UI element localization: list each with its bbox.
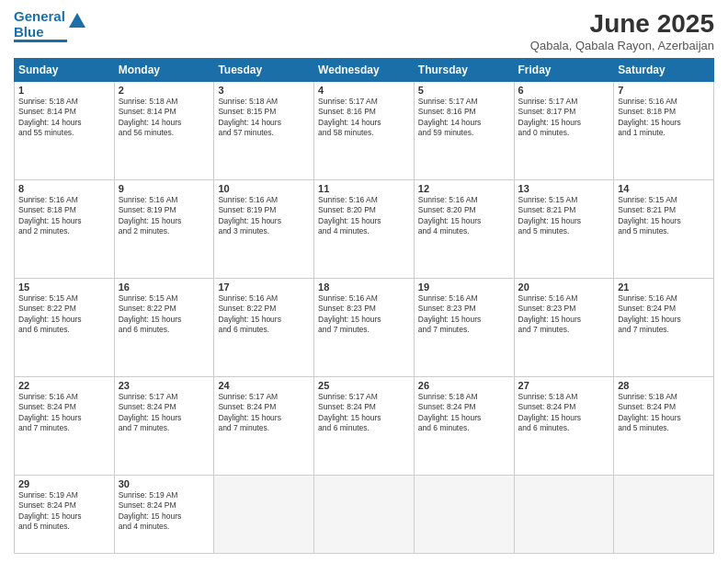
day-info: Sunrise: 5:16 AMSunset: 8:18 PMDaylight:… <box>18 195 110 237</box>
day-number: 12 <box>418 183 510 194</box>
day-info: Sunrise: 5:16 AMSunset: 8:20 PMDaylight:… <box>418 195 510 237</box>
day-cell: 4 Sunrise: 5:17 AMSunset: 8:16 PMDayligh… <box>314 82 415 180</box>
day-info: Sunrise: 5:17 AMSunset: 8:24 PMDaylight:… <box>218 392 310 434</box>
day-number: 17 <box>218 282 310 293</box>
day-number: 3 <box>218 85 310 96</box>
svg-marker-0 <box>69 13 85 28</box>
day-number: 23 <box>119 380 210 391</box>
day-info: Sunrise: 5:18 AMSunset: 8:14 PMDaylight:… <box>18 97 110 139</box>
empty-cell <box>414 475 514 553</box>
day-info: Sunrise: 5:16 AMSunset: 8:20 PMDaylight:… <box>318 195 410 237</box>
col-wednesday: Wednesday <box>314 59 415 82</box>
day-cell: 26 Sunrise: 5:18 AMSunset: 8:24 PMDaylig… <box>414 376 514 475</box>
day-number: 15 <box>18 282 110 293</box>
day-number: 13 <box>518 183 610 194</box>
day-cell: 13 Sunrise: 5:15 AMSunset: 8:21 PMDaylig… <box>514 179 614 278</box>
col-friday: Friday <box>514 59 614 82</box>
day-info: Sunrise: 5:16 AMSunset: 8:23 PMDaylight:… <box>318 293 410 336</box>
day-number: 8 <box>18 183 110 194</box>
day-number: 18 <box>318 282 410 293</box>
day-cell: 24 Sunrise: 5:17 AMSunset: 8:24 PMDaylig… <box>214 376 314 475</box>
empty-cell <box>614 475 714 553</box>
day-number: 21 <box>618 282 710 293</box>
empty-cell <box>314 475 415 553</box>
day-info: Sunrise: 5:19 AMSunset: 8:24 PMDaylight:… <box>18 490 110 533</box>
day-info: Sunrise: 5:17 AMSunset: 8:17 PMDaylight:… <box>518 97 610 139</box>
day-cell: 27 Sunrise: 5:18 AMSunset: 8:24 PMDaylig… <box>514 376 614 475</box>
day-number: 6 <box>518 85 610 96</box>
day-cell: 21 Sunrise: 5:16 AMSunset: 8:24 PMDaylig… <box>614 278 714 376</box>
col-monday: Monday <box>114 59 214 82</box>
day-info: Sunrise: 5:18 AMSunset: 8:24 PMDaylight:… <box>618 392 710 434</box>
col-tuesday: Tuesday <box>214 59 314 82</box>
table-row: 22 Sunrise: 5:16 AMSunset: 8:24 PMDaylig… <box>15 376 714 475</box>
page: GeneralBlue June 2025 Qabala, Qabala Ray… <box>0 0 728 563</box>
day-cell: 29 Sunrise: 5:19 AMSunset: 8:24 PMDaylig… <box>15 475 115 553</box>
day-info: Sunrise: 5:16 AMSunset: 8:23 PMDaylight:… <box>518 293 610 336</box>
logo-underline <box>14 40 67 42</box>
day-number: 29 <box>18 478 110 489</box>
day-number: 14 <box>618 183 710 194</box>
day-number: 24 <box>218 380 310 391</box>
col-sunday: Sunday <box>15 59 115 82</box>
day-info: Sunrise: 5:16 AMSunset: 8:22 PMDaylight:… <box>218 293 310 336</box>
calendar-table: Sunday Monday Tuesday Wednesday Thursday… <box>14 58 714 554</box>
day-number: 11 <box>318 183 410 194</box>
header: GeneralBlue June 2025 Qabala, Qabala Ray… <box>14 9 714 52</box>
day-number: 25 <box>318 380 410 391</box>
day-cell: 16 Sunrise: 5:15 AMSunset: 8:22 PMDaylig… <box>114 278 214 376</box>
day-info: Sunrise: 5:16 AMSunset: 8:24 PMDaylight:… <box>618 293 710 336</box>
day-cell: 18 Sunrise: 5:16 AMSunset: 8:23 PMDaylig… <box>314 278 415 376</box>
day-info: Sunrise: 5:15 AMSunset: 8:21 PMDaylight:… <box>518 195 610 237</box>
day-number: 30 <box>119 478 210 489</box>
day-number: 2 <box>119 85 210 96</box>
calendar-header-row: Sunday Monday Tuesday Wednesday Thursday… <box>15 59 714 82</box>
day-cell: 20 Sunrise: 5:16 AMSunset: 8:23 PMDaylig… <box>514 278 614 376</box>
day-info: Sunrise: 5:16 AMSunset: 8:19 PMDaylight:… <box>218 195 310 237</box>
table-row: 1 Sunrise: 5:18 AMSunset: 8:14 PMDayligh… <box>15 82 714 180</box>
day-number: 10 <box>218 183 310 194</box>
day-info: Sunrise: 5:18 AMSunset: 8:24 PMDaylight:… <box>518 392 610 434</box>
day-info: Sunrise: 5:17 AMSunset: 8:16 PMDaylight:… <box>318 97 410 139</box>
day-number: 20 <box>518 282 610 293</box>
month-title: June 2025 <box>530 9 714 39</box>
day-cell: 7 Sunrise: 5:16 AMSunset: 8:18 PMDayligh… <box>614 82 714 180</box>
day-info: Sunrise: 5:17 AMSunset: 8:24 PMDaylight:… <box>119 392 210 434</box>
day-number: 26 <box>418 380 510 391</box>
col-saturday: Saturday <box>614 59 714 82</box>
location: Qabala, Qabala Rayon, Azerbaijan <box>530 39 714 52</box>
day-cell: 25 Sunrise: 5:17 AMSunset: 8:24 PMDaylig… <box>314 376 415 475</box>
day-number: 28 <box>618 380 710 391</box>
table-row: 8 Sunrise: 5:16 AMSunset: 8:18 PMDayligh… <box>15 179 714 278</box>
day-info: Sunrise: 5:16 AMSunset: 8:23 PMDaylight:… <box>418 293 510 336</box>
day-cell: 14 Sunrise: 5:15 AMSunset: 8:21 PMDaylig… <box>614 179 714 278</box>
day-info: Sunrise: 5:15 AMSunset: 8:21 PMDaylight:… <box>618 195 710 237</box>
table-row: 15 Sunrise: 5:15 AMSunset: 8:22 PMDaylig… <box>15 278 714 376</box>
day-number: 19 <box>418 282 510 293</box>
empty-cell <box>514 475 614 553</box>
day-cell: 9 Sunrise: 5:16 AMSunset: 8:19 PMDayligh… <box>114 179 214 278</box>
day-cell: 15 Sunrise: 5:15 AMSunset: 8:22 PMDaylig… <box>15 278 115 376</box>
day-cell: 1 Sunrise: 5:18 AMSunset: 8:14 PMDayligh… <box>15 82 115 180</box>
day-info: Sunrise: 5:17 AMSunset: 8:24 PMDaylight:… <box>318 392 410 434</box>
day-cell: 17 Sunrise: 5:16 AMSunset: 8:22 PMDaylig… <box>214 278 314 376</box>
logo: GeneralBlue <box>14 9 87 42</box>
day-info: Sunrise: 5:16 AMSunset: 8:24 PMDaylight:… <box>18 392 110 434</box>
day-info: Sunrise: 5:16 AMSunset: 8:19 PMDaylight:… <box>119 195 210 237</box>
day-info: Sunrise: 5:19 AMSunset: 8:24 PMDaylight:… <box>119 490 210 533</box>
day-cell: 11 Sunrise: 5:16 AMSunset: 8:20 PMDaylig… <box>314 179 415 278</box>
day-cell: 6 Sunrise: 5:17 AMSunset: 8:17 PMDayligh… <box>514 82 614 180</box>
day-number: 27 <box>518 380 610 391</box>
logo-text: GeneralBlue <box>14 9 65 40</box>
day-number: 4 <box>318 85 410 96</box>
day-info: Sunrise: 5:15 AMSunset: 8:22 PMDaylight:… <box>119 293 210 336</box>
day-info: Sunrise: 5:17 AMSunset: 8:16 PMDaylight:… <box>418 97 510 139</box>
table-row: 29 Sunrise: 5:19 AMSunset: 8:24 PMDaylig… <box>15 475 714 553</box>
day-cell: 3 Sunrise: 5:18 AMSunset: 8:15 PMDayligh… <box>214 82 314 180</box>
day-info: Sunrise: 5:18 AMSunset: 8:15 PMDaylight:… <box>218 97 310 139</box>
col-thursday: Thursday <box>414 59 514 82</box>
day-info: Sunrise: 5:18 AMSunset: 8:24 PMDaylight:… <box>418 392 510 434</box>
day-number: 5 <box>418 85 510 96</box>
day-cell: 2 Sunrise: 5:18 AMSunset: 8:14 PMDayligh… <box>114 82 214 180</box>
day-cell: 22 Sunrise: 5:16 AMSunset: 8:24 PMDaylig… <box>15 376 115 475</box>
